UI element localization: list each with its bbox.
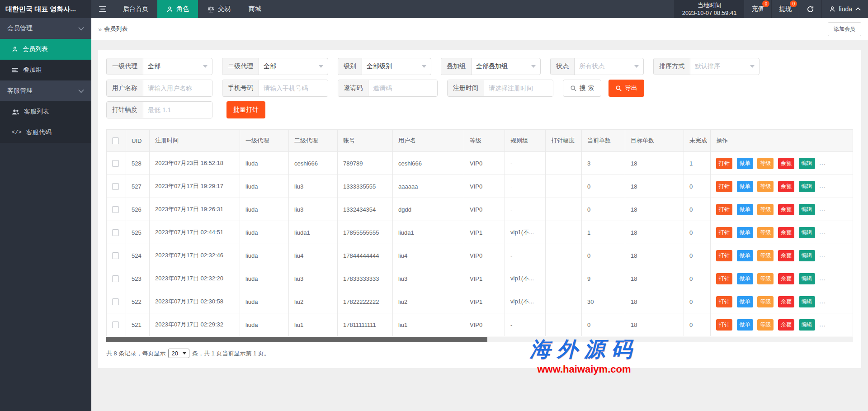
action-more-button[interactable]: ... (819, 159, 826, 166)
action-balance-button[interactable]: 余额 (778, 273, 794, 284)
row-checkbox[interactable] (112, 252, 119, 259)
action-make-order-button[interactable]: 做单 (737, 204, 753, 215)
action-inject-button[interactable]: 打针 (716, 296, 732, 307)
action-make-order-button[interactable]: 做单 (737, 273, 753, 284)
action-level-button[interactable]: 等级 (757, 158, 774, 169)
sidebar-item-service-list[interactable]: 客服列表 (0, 101, 91, 122)
filter-overlay-group-select[interactable]: 全部叠加组 (472, 58, 540, 75)
sidebar-group-service-management[interactable]: 客服管理 (0, 80, 91, 101)
row-checkbox[interactable] (112, 206, 119, 213)
action-edit-button[interactable]: 编辑 (799, 227, 815, 238)
action-balance-button[interactable]: 余额 (778, 227, 794, 238)
filter-label: 叠加组 (441, 58, 472, 75)
action-balance-button[interactable]: 余额 (778, 204, 794, 215)
action-inject-button[interactable]: 打针 (716, 204, 732, 215)
action-level-button[interactable]: 等级 (757, 296, 774, 307)
page-size-select[interactable]: 20 (168, 349, 189, 358)
reg-time-input[interactable] (484, 80, 553, 96)
sidebar-item-overlay-group[interactable]: 叠加组 (0, 60, 91, 80)
recharge-button[interactable]: 充值 0 (744, 0, 771, 18)
cell-username: dgdd (393, 198, 464, 221)
user-menu[interactable]: liuda (821, 0, 868, 18)
chevron-down-icon (78, 27, 84, 31)
row-checkbox[interactable] (112, 275, 119, 282)
filter-status-select[interactable]: 所有状态 (575, 58, 643, 75)
caret-down-icon (319, 65, 323, 68)
action-edit-button[interactable]: 编辑 (799, 181, 815, 192)
batch-inject-button[interactable]: 批量打针 (226, 101, 265, 118)
action-edit-button[interactable]: 编辑 (799, 273, 815, 284)
withdraw-button[interactable]: 提现 0 (771, 0, 799, 18)
action-inject-button[interactable]: 打针 (716, 181, 732, 192)
menu-toggle-icon[interactable] (91, 0, 114, 18)
cell-uid: 526 (126, 198, 150, 221)
nav-item-label: 商城 (249, 5, 261, 13)
sidebar-item-service-code[interactable]: </> 客服代码 (0, 122, 91, 143)
inject-range-input[interactable] (143, 102, 212, 118)
select-all-checkbox[interactable] (112, 137, 119, 144)
action-edit-button[interactable]: 编辑 (799, 204, 815, 215)
row-checkbox[interactable] (112, 160, 119, 167)
action-more-button[interactable]: ... (819, 298, 826, 305)
action-make-order-button[interactable]: 做单 (737, 250, 753, 261)
action-level-button[interactable]: 等级 (757, 273, 774, 284)
nav-item-trade[interactable]: 交易 (198, 0, 240, 18)
action-inject-button[interactable]: 打针 (716, 158, 732, 169)
refresh-button[interactable] (799, 0, 821, 18)
action-level-button[interactable]: 等级 (757, 319, 774, 331)
nav-item-mall[interactable]: 商城 (240, 0, 270, 18)
action-make-order-button[interactable]: 做单 (737, 181, 753, 192)
action-inject-button[interactable]: 打针 (716, 273, 732, 284)
horizontal-scrollbar[interactable] (106, 337, 853, 342)
sidebar-group-member-management[interactable]: 会员管理 (0, 18, 91, 39)
filter-level-select[interactable]: 全部级别 (362, 58, 431, 75)
add-member-button[interactable]: 添加会员 (828, 22, 861, 36)
action-more-button[interactable]: ... (819, 228, 826, 236)
action-inject-button[interactable]: 打针 (716, 319, 732, 331)
filter-agent2-select[interactable]: 全部 (259, 58, 328, 75)
action-inject-button[interactable]: 打针 (716, 250, 732, 261)
username-input[interactable] (143, 80, 212, 96)
filter-sort-select[interactable]: 默认排序 (690, 58, 759, 75)
sidebar-group-label: 客服管理 (7, 87, 33, 95)
nav-item-roles[interactable]: 角色 (157, 0, 198, 18)
action-edit-button[interactable]: 编辑 (799, 250, 815, 261)
action-level-button[interactable]: 等级 (757, 204, 774, 215)
row-checkbox[interactable] (112, 229, 119, 236)
cell-account: 1332434354 (338, 198, 393, 221)
row-checkbox[interactable] (112, 183, 119, 190)
action-balance-button[interactable]: 余额 (778, 181, 794, 192)
export-button[interactable]: 导出 (609, 80, 644, 97)
action-make-order-button[interactable]: 做单 (737, 319, 753, 331)
cell-target-orders: 18 (625, 290, 684, 313)
action-more-button[interactable]: ... (819, 321, 826, 328)
search-button[interactable]: 搜 索 (563, 80, 601, 97)
phone-input[interactable] (259, 80, 328, 96)
action-make-order-button[interactable]: 做单 (737, 227, 753, 238)
action-make-order-button[interactable]: 做单 (737, 296, 753, 307)
action-balance-button[interactable]: 余额 (778, 250, 794, 261)
row-checkbox[interactable] (112, 321, 119, 328)
action-balance-button[interactable]: 余额 (778, 158, 794, 169)
action-edit-button[interactable]: 编辑 (799, 158, 815, 169)
action-balance-button[interactable]: 余额 (778, 319, 794, 331)
action-level-button[interactable]: 等级 (757, 227, 774, 238)
sidebar-item-member-list[interactable]: 会员列表 (0, 39, 91, 60)
sidebar: 会员管理 会员列表 叠加组 客服管理 客服列表 </> 客服代码 (0, 18, 91, 411)
nav-item-dashboard[interactable]: 后台首页 (114, 0, 157, 18)
action-make-order-button[interactable]: 做单 (737, 158, 753, 169)
action-edit-button[interactable]: 编辑 (799, 296, 815, 307)
action-inject-button[interactable]: 打针 (716, 227, 732, 238)
action-more-button[interactable]: ... (819, 182, 826, 189)
scrollbar-thumb[interactable] (106, 337, 487, 342)
action-level-button[interactable]: 等级 (757, 250, 774, 261)
action-edit-button[interactable]: 编辑 (799, 319, 815, 331)
row-checkbox[interactable] (112, 298, 119, 305)
action-more-button[interactable]: ... (819, 205, 826, 213)
invite-code-input[interactable] (368, 80, 437, 96)
action-more-button[interactable]: ... (819, 274, 826, 282)
action-more-button[interactable]: ... (819, 251, 826, 259)
action-balance-button[interactable]: 余额 (778, 296, 794, 307)
filter-agent1-select[interactable]: 全部 (143, 58, 212, 75)
action-level-button[interactable]: 等级 (757, 181, 774, 192)
